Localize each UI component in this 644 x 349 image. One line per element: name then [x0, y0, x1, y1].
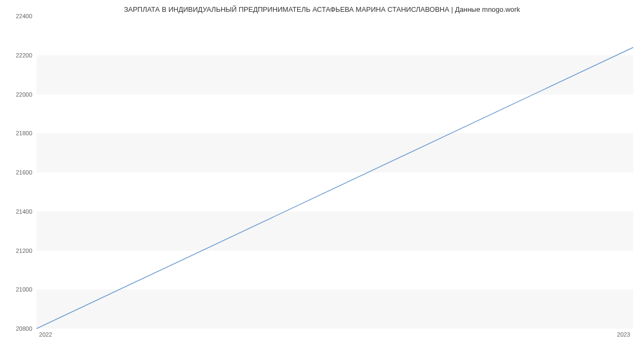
y-tick-label: 21800	[5, 130, 32, 136]
chart-svg	[36, 16, 633, 329]
y-tick-label: 21000	[5, 286, 32, 293]
y-tick-label: 22400	[5, 13, 32, 19]
y-tick-label: 20800	[5, 325, 32, 332]
x-tick-label: 2023	[617, 331, 630, 338]
y-tick-label: 22200	[5, 52, 32, 59]
y-tick-label: 22000	[5, 91, 32, 98]
y-tick-label: 21400	[5, 208, 32, 215]
data-line	[36, 47, 633, 329]
y-tick-label: 21600	[5, 169, 32, 176]
x-tick-label: 2022	[39, 331, 52, 338]
y-tick-label: 21200	[5, 248, 32, 254]
chart-title: ЗАРПЛАТА В ИНДИВИДУАЛЬНЫЙ ПРЕДПРИНИМАТЕЛ…	[0, 5, 644, 13]
